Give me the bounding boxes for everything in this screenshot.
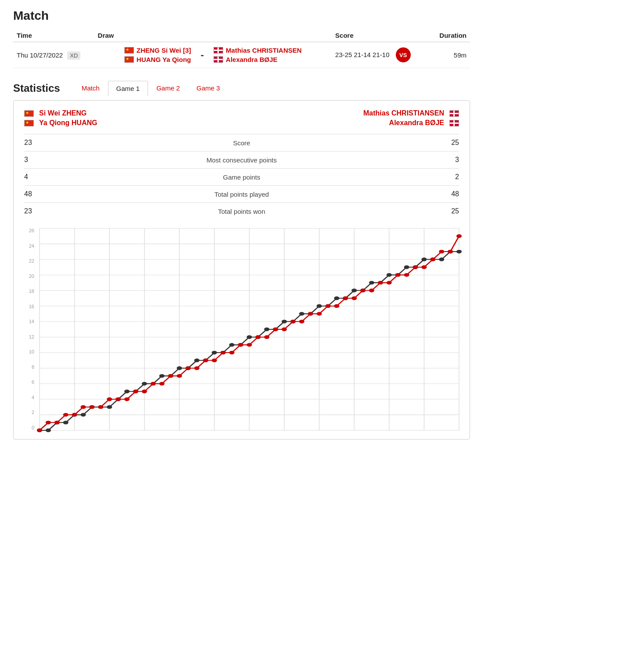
right-player2: Alexandra BØJE bbox=[389, 119, 444, 127]
stat-label: Total points played bbox=[51, 191, 433, 198]
svg-point-99 bbox=[238, 343, 243, 346]
tab-game1[interactable]: Game 1 bbox=[108, 81, 148, 96]
flag-dk-stat1 bbox=[449, 110, 459, 117]
tabs-container: Match Game 1 Game 2 Game 3 bbox=[73, 80, 228, 96]
stat-label: Score bbox=[51, 139, 433, 147]
stat-left: 3 bbox=[24, 156, 51, 164]
svg-point-78 bbox=[54, 421, 60, 424]
left-players: Si Wei ZHENG Ya Qiong HUANG bbox=[24, 109, 97, 127]
y-axis-label: 16 bbox=[24, 304, 36, 309]
col-time: Time bbox=[13, 29, 94, 42]
draw-cell bbox=[94, 42, 121, 68]
stat-row: 3 Most consecutive points 3 bbox=[24, 151, 459, 168]
y-axis-label: 0 bbox=[24, 425, 36, 430]
col-players bbox=[121, 29, 332, 42]
page-title: Match bbox=[13, 9, 470, 23]
flag-dk-2 bbox=[213, 56, 223, 63]
svg-point-107 bbox=[308, 312, 313, 315]
svg-point-103 bbox=[273, 328, 278, 331]
tab-match[interactable]: Match bbox=[73, 80, 108, 96]
svg-point-37 bbox=[124, 389, 130, 393]
statistics-title: Statistics bbox=[13, 82, 60, 94]
stats-header: Statistics Match Game 1 Game 2 Game 3 bbox=[13, 80, 470, 96]
svg-point-94 bbox=[194, 366, 199, 370]
svg-point-123 bbox=[448, 250, 453, 253]
svg-point-59 bbox=[317, 304, 322, 308]
stat-row: 48 Total points played 48 bbox=[24, 185, 459, 202]
svg-point-122 bbox=[439, 250, 444, 253]
svg-point-93 bbox=[185, 366, 191, 370]
stat-right: 48 bbox=[433, 190, 459, 198]
flag-cn-2 bbox=[124, 56, 134, 63]
svg-point-65 bbox=[369, 281, 374, 285]
stat-left: 23 bbox=[24, 139, 51, 147]
svg-point-92 bbox=[177, 374, 182, 378]
stats-box: Si Wei ZHENG Ya Qiong HUANG Mathias CHRI… bbox=[13, 100, 470, 440]
right-players: Mathias CHRISTIANSEN Alexandra BØJE bbox=[363, 109, 459, 127]
tab-game3[interactable]: Game 3 bbox=[188, 80, 228, 96]
svg-point-84 bbox=[107, 397, 112, 401]
y-axis-label: 14 bbox=[24, 319, 36, 324]
stat-right: 3 bbox=[433, 156, 459, 164]
svg-point-51 bbox=[246, 335, 252, 339]
score-cell: 23-25 21-14 21-10 VS bbox=[332, 42, 431, 68]
svg-point-115 bbox=[378, 281, 383, 285]
flag-cn-stat1 bbox=[24, 110, 34, 117]
stat-right: 2 bbox=[433, 173, 459, 181]
team2: Mathias CHRISTIANSEN Alexandra BØJE bbox=[213, 47, 302, 63]
svg-point-96 bbox=[212, 359, 217, 362]
y-axis-label: 24 bbox=[24, 244, 36, 249]
svg-point-53 bbox=[264, 328, 269, 331]
svg-point-43 bbox=[177, 366, 182, 370]
svg-point-45 bbox=[194, 359, 199, 362]
svg-point-67 bbox=[387, 273, 392, 277]
svg-point-28 bbox=[46, 429, 51, 432]
y-axis-label: 12 bbox=[24, 335, 36, 339]
flag-dk-stat2 bbox=[449, 120, 459, 126]
svg-point-109 bbox=[325, 304, 330, 308]
stat-right: 25 bbox=[433, 139, 459, 147]
svg-point-85 bbox=[116, 397, 121, 401]
svg-point-76 bbox=[37, 429, 42, 432]
svg-point-63 bbox=[351, 288, 357, 292]
svg-point-112 bbox=[351, 296, 357, 300]
svg-point-32 bbox=[80, 413, 86, 416]
y-axis-label: 6 bbox=[24, 380, 36, 385]
match-date: Thu 10/27/2022 XD bbox=[13, 42, 94, 68]
svg-point-114 bbox=[369, 288, 374, 292]
players-cell: ZHENG Si Wei [3] HUANG Ya Qiong - Mathia… bbox=[121, 42, 332, 68]
y-axis-label: 10 bbox=[24, 350, 36, 354]
svg-point-90 bbox=[159, 382, 164, 386]
svg-point-35 bbox=[107, 405, 112, 409]
svg-point-110 bbox=[334, 304, 339, 308]
svg-point-61 bbox=[334, 296, 339, 300]
svg-point-47 bbox=[212, 351, 217, 354]
flag-cn-1 bbox=[124, 47, 134, 54]
tab-game2[interactable]: Game 2 bbox=[148, 80, 188, 96]
svg-point-104 bbox=[282, 328, 287, 331]
y-axis-label: 26 bbox=[24, 228, 36, 233]
svg-point-80 bbox=[72, 413, 77, 416]
draw-badge: XD bbox=[67, 51, 80, 60]
y-axis-label: 8 bbox=[24, 365, 36, 370]
svg-point-49 bbox=[229, 343, 235, 346]
stat-right: 25 bbox=[433, 207, 459, 215]
svg-point-41 bbox=[159, 374, 164, 378]
svg-point-71 bbox=[421, 258, 427, 261]
svg-point-117 bbox=[395, 273, 401, 277]
team2-player1: Mathias CHRISTIANSEN bbox=[226, 47, 302, 54]
stat-left: 48 bbox=[24, 190, 51, 198]
svg-point-57 bbox=[299, 312, 304, 315]
svg-point-101 bbox=[255, 335, 260, 339]
match-scores: 23-25 21-14 21-10 bbox=[335, 51, 389, 58]
stat-row: 23 Total points won 25 bbox=[24, 202, 459, 220]
svg-point-98 bbox=[229, 351, 235, 354]
players-header: Si Wei ZHENG Ya Qiong HUANG Mathias CHRI… bbox=[24, 109, 459, 127]
team1-player1: ZHENG Si Wei [3] bbox=[137, 47, 191, 54]
statistics-section: Statistics Match Game 1 Game 2 Game 3 Si… bbox=[13, 80, 470, 440]
chart-svg bbox=[40, 228, 459, 430]
y-axis-label: 22 bbox=[24, 259, 36, 263]
svg-point-69 bbox=[404, 265, 409, 269]
y-axis-label: 2 bbox=[24, 410, 36, 415]
svg-point-100 bbox=[246, 343, 252, 346]
